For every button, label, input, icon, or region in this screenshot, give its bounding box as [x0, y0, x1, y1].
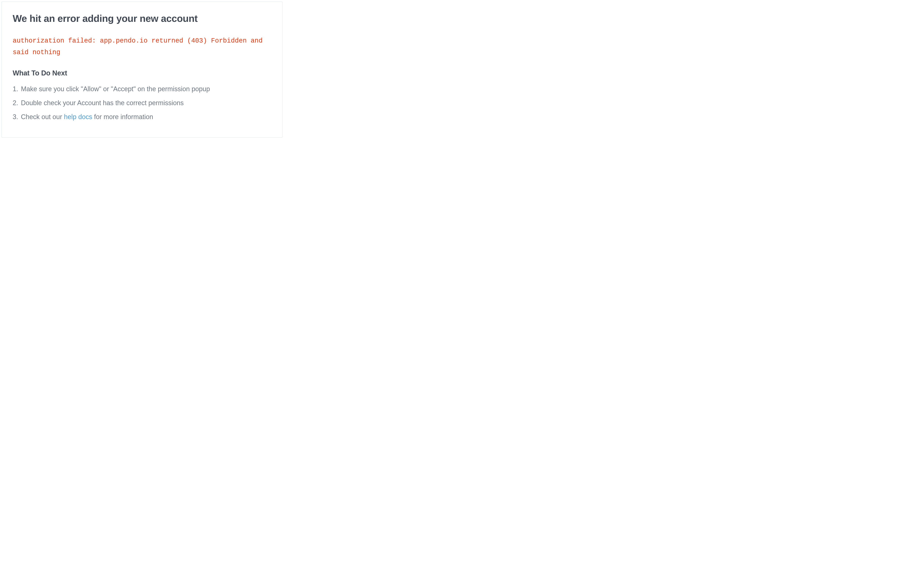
step-text-suffix: for more information: [92, 113, 153, 121]
next-steps-list: Make sure you click "Allow" or "Accept" …: [13, 84, 271, 122]
help-docs-link[interactable]: help docs: [64, 113, 92, 121]
step-text-prefix: Check out our: [21, 113, 64, 121]
error-message: authorization failed: app.pendo.io retur…: [13, 35, 271, 58]
list-item: Double check your Account has the correc…: [13, 99, 271, 108]
error-card: We hit an error adding your new account …: [2, 2, 282, 137]
error-title: We hit an error adding your new account: [13, 13, 271, 24]
list-item: Check out our help docs for more informa…: [13, 112, 271, 121]
list-item: Make sure you click "Allow" or "Accept" …: [13, 84, 271, 94]
next-steps-heading: What To Do Next: [13, 69, 271, 77]
